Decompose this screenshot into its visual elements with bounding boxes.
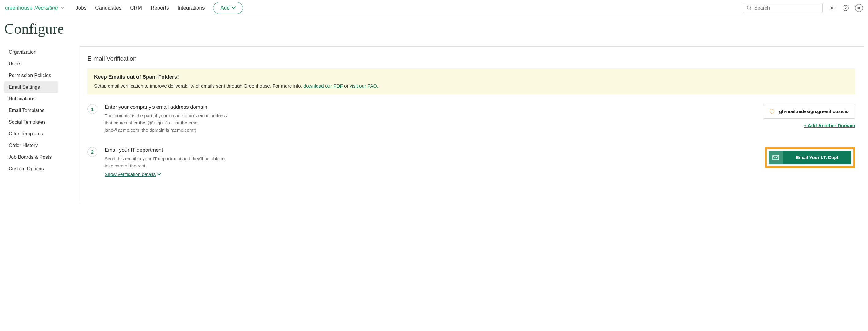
svg-point-3 <box>843 5 848 10</box>
show-details-label: Show verification details <box>104 172 155 177</box>
domain-entry: gh-mail.redesign.greenhouse.io <box>763 104 855 118</box>
email-it-dept-button[interactable]: Email Your I.T. Dept <box>769 151 851 164</box>
nav-link-integrations[interactable]: Integrations <box>178 5 205 11</box>
gear-icon[interactable] <box>828 4 836 12</box>
nav-links: Jobs Candidates CRM Reports Integrations <box>75 5 205 11</box>
avatar[interactable]: DE <box>855 4 863 12</box>
svg-rect-5 <box>773 155 779 160</box>
status-pending-icon <box>770 109 774 114</box>
sidebar-item-order-history[interactable]: Order History <box>4 140 58 151</box>
envelope-icon <box>769 151 783 164</box>
search-icon <box>747 5 752 11</box>
step-1: 1 Enter your company's email address dom… <box>87 104 855 134</box>
sidebar: Organization Users Permission Policies E… <box>4 46 58 203</box>
sidebar-item-email-templates[interactable]: Email Templates <box>4 105 58 116</box>
info-text-mid: or <box>343 83 350 88</box>
search-box[interactable] <box>743 3 823 13</box>
section-title: E-mail Verification <box>87 55 855 62</box>
svg-point-4 <box>845 9 846 9</box>
email-it-label: Email Your I.T. Dept <box>783 155 851 160</box>
logo[interactable]: greenhouse Recruiting <box>5 5 64 11</box>
step-1-title: Enter your company's email address domai… <box>104 104 234 110</box>
chevron-down-icon <box>157 173 161 176</box>
info-banner-title: Keep Emails out of Spam Folders! <box>94 74 848 80</box>
sidebar-item-job-boards[interactable]: Job Boards & Posts <box>4 151 58 163</box>
info-banner: Keep Emails out of Spam Folders! Setup e… <box>87 68 855 94</box>
chevron-down-icon <box>231 6 236 9</box>
nav-right: DE <box>743 3 863 13</box>
add-button[interactable]: Add <box>213 2 243 14</box>
sidebar-item-custom-options[interactable]: Custom Options <box>4 163 58 175</box>
help-icon[interactable] <box>842 4 849 12</box>
svg-point-0 <box>747 6 750 9</box>
step-2-title: Email your IT department <box>104 147 234 153</box>
nav-link-reports[interactable]: Reports <box>151 5 169 11</box>
download-pdf-link[interactable]: download our PDF <box>303 83 343 88</box>
sidebar-item-offer-templates[interactable]: Offer Templates <box>4 128 58 140</box>
show-verification-details-link[interactable]: Show verification details <box>104 172 161 177</box>
info-text-pre: Setup email verification to improve deli… <box>94 83 303 88</box>
logo-primary: greenhouse <box>5 5 32 11</box>
add-another-domain-link[interactable]: + Add Another Domain <box>804 123 855 128</box>
add-button-label: Add <box>220 5 229 11</box>
sidebar-item-users[interactable]: Users <box>4 58 58 70</box>
sidebar-item-email-settings[interactable]: Email Settings <box>4 81 58 93</box>
sidebar-item-notifications[interactable]: Notifications <box>4 93 58 105</box>
svg-line-1 <box>750 8 751 10</box>
step-2-desc: Send this email to your IT department an… <box>104 155 234 169</box>
email-it-highlight: Email Your I.T. Dept <box>765 147 855 168</box>
visit-faq-link[interactable]: visit our FAQ. <box>350 83 378 88</box>
info-banner-text: Setup email verification to improve deli… <box>94 83 848 89</box>
step-1-desc: The 'domain' is the part of your organiz… <box>104 112 234 134</box>
step-number: 2 <box>87 147 97 157</box>
sidebar-item-organization[interactable]: Organization <box>4 46 58 58</box>
step-2: 2 Email your IT department Send this ema… <box>87 147 855 177</box>
nav-link-jobs[interactable]: Jobs <box>75 5 87 11</box>
content-panel: E-mail Verification Keep Emails out of S… <box>80 46 864 203</box>
sidebar-item-permission-policies[interactable]: Permission Policies <box>4 70 58 81</box>
step-number: 1 <box>87 104 97 114</box>
nav-link-candidates[interactable]: Candidates <box>95 5 121 11</box>
nav-link-crm[interactable]: CRM <box>130 5 142 11</box>
logo-secondary: Recruiting <box>34 5 58 11</box>
sidebar-item-social-templates[interactable]: Social Templates <box>4 116 58 128</box>
chevron-down-icon[interactable] <box>61 5 64 11</box>
page-title: Configure <box>4 20 864 37</box>
top-nav: greenhouse Recruiting Jobs Candidates CR… <box>0 0 868 16</box>
svg-point-2 <box>831 7 833 9</box>
domain-value: gh-mail.redesign.greenhouse.io <box>779 109 849 114</box>
search-input[interactable] <box>754 5 818 11</box>
